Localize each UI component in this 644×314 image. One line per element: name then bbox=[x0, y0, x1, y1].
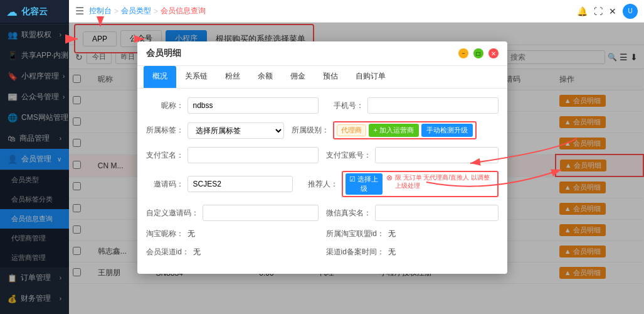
breadcrumb-member-info[interactable]: 会员信息查询 bbox=[161, 6, 206, 16]
form-group-wechat-name: 微信真实名： bbox=[326, 205, 499, 221]
modal-tab-self-order[interactable]: 自购订单 bbox=[347, 66, 394, 88]
breadcrumb-sep-2: > bbox=[154, 7, 158, 16]
wechat-name-label: 微信真实名： bbox=[326, 208, 371, 219]
referrer-select-label: 选择上级 bbox=[357, 175, 378, 192]
topbar-right: 🔔 ⛶ ✕ U bbox=[577, 4, 638, 19]
form-row-1: 昵称： 手机号： bbox=[146, 97, 499, 114]
form-group-taobao: 淘宝昵称： 无 bbox=[146, 229, 319, 239]
form-group-channel-device: 渠道id备案时间： 无 bbox=[326, 247, 499, 257]
modal-close-btn[interactable]: ✕ bbox=[488, 48, 499, 58]
channel-device-label: 渠道id备案时间： bbox=[326, 247, 384, 257]
wechat-name-input[interactable] bbox=[375, 205, 499, 221]
tag-label: 所属标签： bbox=[146, 125, 184, 136]
phone-input[interactable] bbox=[367, 97, 499, 114]
modal-body: 昵称： 手机号： 所属标签： 选择所属标签 bbox=[137, 89, 507, 274]
level-manual-label: 手动检测升级 bbox=[426, 126, 468, 134]
referrer-select-btn[interactable]: ☑ 选择上级 bbox=[346, 173, 383, 195]
logo: ☁ 化容云 bbox=[0, 0, 69, 24]
member-channel-label: 会员渠道id： bbox=[146, 247, 189, 257]
modal-header: 会员明细 － □ ✕ bbox=[137, 41, 507, 66]
level-add-label: 加入运营商 bbox=[379, 126, 414, 134]
form-row-2: 所属标签： 选择所属标签 所属级别： 代理商 + 加入运营商 bbox=[146, 121, 499, 139]
alipay-name-input[interactable] bbox=[187, 147, 319, 163]
form-group-taobao-union: 所属淘宝联盟id： 无 bbox=[326, 229, 499, 239]
member-channel-value: 无 bbox=[193, 247, 201, 257]
modal-tab-commission[interactable]: 佣金 bbox=[282, 66, 314, 88]
modal-tab-relations[interactable]: 关系链 bbox=[176, 66, 216, 88]
breadcrumb-console[interactable]: 控制台 bbox=[89, 6, 112, 16]
form-group-tag: 所属标签： 选择所属标签 bbox=[146, 122, 284, 139]
taobao-value: 无 bbox=[187, 229, 195, 239]
bell-icon[interactable]: 🔔 bbox=[577, 6, 588, 16]
modal-title: 会员明细 bbox=[146, 48, 181, 59]
nickname-label: 昵称： bbox=[146, 100, 184, 111]
form-row-5: 自定义邀请码： 微信真实名： bbox=[146, 205, 499, 221]
referrer-area: ☑ 选择上级 ⊗ 限 无订单 无代理商/直推人 以调整上级处理 bbox=[342, 171, 499, 197]
referrer-label: 推荐人： bbox=[300, 179, 338, 190]
modal-tab-self-order-label: 自购订单 bbox=[356, 72, 386, 80]
channel-device-value: 无 bbox=[388, 247, 396, 257]
form-group-phone: 手机号： bbox=[326, 97, 499, 114]
custom-invite-label: 自定义邀请码： bbox=[146, 208, 199, 219]
modal-controls: － □ ✕ bbox=[458, 48, 499, 58]
alipay-account-input[interactable] bbox=[375, 147, 499, 163]
form-group-invite-code: 邀请码： bbox=[146, 176, 293, 192]
modal-tab-estimate[interactable]: 预估 bbox=[314, 66, 347, 88]
level-add-btn[interactable]: + 加入运营商 bbox=[369, 124, 420, 137]
alipay-account-label: 支付宝账号： bbox=[326, 150, 371, 161]
form-group-referrer: 推荐人： ☑ 选择上级 ⊗ 限 无订单 无代理商/直推人 以调整上级处理 bbox=[300, 171, 499, 197]
logo-text: 化容云 bbox=[21, 6, 48, 18]
taobao-union-value: 无 bbox=[388, 229, 396, 239]
modal-tab-commission-label: 佣金 bbox=[290, 72, 305, 80]
level-tag: 代理商 bbox=[337, 124, 366, 136]
level-manual-btn[interactable]: 手动检测升级 bbox=[421, 124, 473, 137]
form-group-member-channel: 会员渠道id： 无 bbox=[146, 247, 319, 257]
form-row-4: 邀请码： 推荐人： ☑ 选择上级 ⊗ 限 无订单 无代理商/直推人 以调整上级处… bbox=[146, 171, 499, 197]
modal-tabs: 概况 关系链 粉丝 余额 佣金 预估 自购订单 bbox=[137, 66, 507, 89]
modal-tab-relations-label: 关系链 bbox=[185, 72, 208, 80]
plus-icon: + bbox=[374, 126, 377, 134]
modal-tab-overview-label: 概况 bbox=[152, 72, 167, 80]
alipay-name-label: 支付宝名： bbox=[146, 150, 184, 161]
breadcrumb-sep-1: > bbox=[114, 7, 119, 16]
referrer-select-icon: ☑ bbox=[349, 175, 356, 183]
close-icon[interactable]: ✕ bbox=[609, 6, 616, 16]
phone-label: 手机号： bbox=[326, 100, 364, 111]
logo-icon: ☁ bbox=[6, 5, 18, 19]
custom-invite-input[interactable] bbox=[203, 205, 319, 221]
referrer-error-icon: ⊗ bbox=[386, 173, 393, 182]
invite-code-input[interactable] bbox=[187, 176, 293, 192]
form-group-level: 所属级别： 代理商 + 加入运营商 手动检测升级 bbox=[292, 121, 499, 139]
form-row-3: 支付宝名： 支付宝账号： bbox=[146, 147, 499, 163]
form-group-alipay-account: 支付宝账号： bbox=[326, 147, 499, 163]
form-row-7: 会员渠道id： 无 渠道id备案时间： 无 bbox=[146, 247, 499, 257]
level-label: 所属级别： bbox=[292, 125, 329, 136]
form-group-custom-invite: 自定义邀请码： bbox=[146, 205, 319, 221]
modal-overlay: 会员明细 － □ ✕ 概况 关系链 粉丝 余额 佣金 预估 自购订单 bbox=[0, 23, 644, 314]
level-btns: 代理商 + 加入运营商 手动检测升级 bbox=[333, 121, 477, 139]
nickname-input[interactable] bbox=[187, 97, 319, 114]
avatar: U bbox=[623, 4, 638, 19]
breadcrumb-member-types[interactable]: 会员类型 bbox=[121, 6, 151, 16]
form-group-alipay-name: 支付宝名： bbox=[146, 147, 319, 163]
menu-toggle-icon[interactable]: ☰ bbox=[75, 5, 84, 17]
form-row-6: 淘宝昵称： 无 所属淘宝联盟id： 无 bbox=[146, 229, 499, 239]
referrer-warning: 限 无订单 无代理商/直推人 以调整上级处理 bbox=[395, 173, 495, 190]
fullscreen-icon[interactable]: ⛶ bbox=[594, 6, 603, 16]
breadcrumb: 控制台 > 会员类型 > 会员信息查询 bbox=[89, 6, 206, 16]
modal-tab-overview[interactable]: 概况 bbox=[144, 66, 176, 88]
taobao-union-label: 所属淘宝联盟id： bbox=[326, 229, 384, 239]
form-group-nickname: 昵称： bbox=[146, 97, 319, 114]
modal-tab-balance-label: 余额 bbox=[258, 72, 273, 80]
modal-maximize-btn[interactable]: □ bbox=[473, 48, 483, 58]
modal-minimize-btn[interactable]: － bbox=[458, 48, 468, 58]
topbar: ☰ 控制台 > 会员类型 > 会员信息查询 🔔 ⛶ ✕ U bbox=[69, 0, 644, 23]
tag-select[interactable]: 选择所属标签 bbox=[187, 122, 284, 139]
invite-code-label: 邀请码： bbox=[146, 179, 184, 190]
modal-member-detail: 会员明细 － □ ✕ 概况 关系链 粉丝 余额 佣金 预估 自购订单 bbox=[137, 41, 507, 274]
modal-tab-balance[interactable]: 余额 bbox=[249, 66, 282, 88]
modal-tab-fans-label: 粉丝 bbox=[225, 72, 240, 80]
modal-tab-fans[interactable]: 粉丝 bbox=[216, 66, 249, 88]
modal-tab-estimate-label: 预估 bbox=[323, 72, 338, 80]
taobao-label: 淘宝昵称： bbox=[146, 229, 184, 239]
